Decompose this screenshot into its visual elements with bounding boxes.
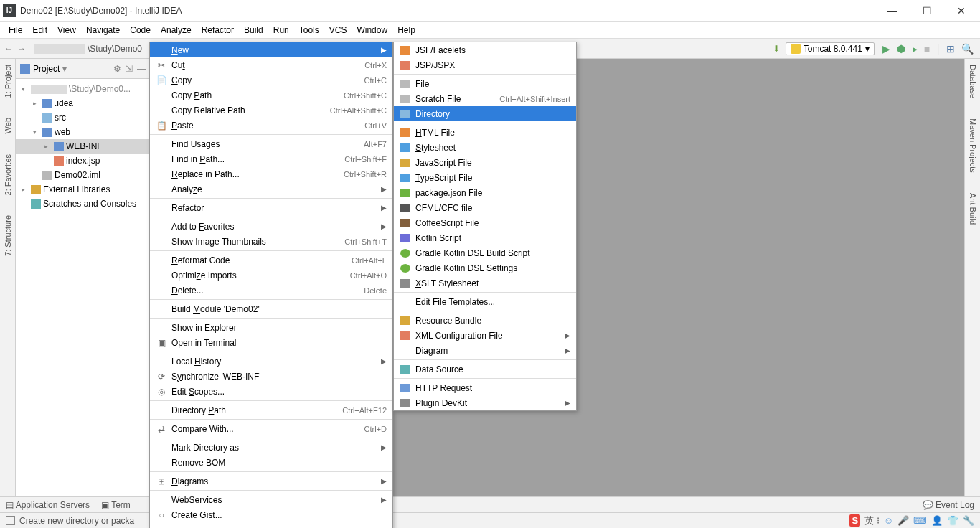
- build-icon[interactable]: ⬇: [773, 44, 780, 54]
- menu-window[interactable]: Window: [352, 24, 392, 37]
- menu-item-synchronizewebinf[interactable]: ⟳Synchronize 'WEB-INF': [150, 369, 392, 384]
- menu-build[interactable]: Build: [240, 24, 268, 37]
- menu-item-stylesheet[interactable]: Stylesheet: [394, 140, 576, 155]
- menu-refactor[interactable]: Refactor: [197, 24, 238, 37]
- menu-item-javascriptfile[interactable]: JavaScript File: [394, 155, 576, 170]
- tray-mic-icon[interactable]: 🎤: [897, 515, 909, 526]
- menu-code[interactable]: Code: [126, 24, 155, 37]
- menu-item-removebom[interactable]: Remove BOM: [150, 455, 392, 470]
- menu-item-jsffacelets[interactable]: JSF/Facelets: [394, 42, 576, 57]
- tree-item-demo02iml[interactable]: Demo02.iml: [16, 168, 150, 182]
- maximize-button[interactable]: ☐: [917, 5, 937, 16]
- menu-view[interactable]: View: [53, 24, 80, 37]
- menu-item-directorypath[interactable]: Directory PathCtrl+Alt+F12: [150, 402, 392, 418]
- menu-item-editscopes[interactable]: ◎Edit Scopes...: [150, 384, 392, 399]
- menu-item-file[interactable]: File: [394, 76, 576, 91]
- search-button[interactable]: 🔍: [959, 43, 976, 55]
- menu-item-optimizeimports[interactable]: Optimize ImportsCtrl+Alt+O: [150, 268, 392, 283]
- left-tab-structure[interactable]: 7: Structure: [2, 212, 14, 259]
- menu-item-delete[interactable]: Delete...Delete: [150, 283, 392, 298]
- tree-item-webinf[interactable]: ▸WEB-INF: [16, 139, 150, 154]
- right-tab-antbuild[interactable]: Ant Build: [967, 190, 979, 227]
- collapse-icon[interactable]: ⇲: [126, 64, 133, 74]
- breadcrumb-root[interactable]: [34, 44, 85, 54]
- project-structure-button[interactable]: ⊞: [944, 43, 957, 55]
- nav-forward-icon[interactable]: →: [17, 44, 26, 54]
- run-button[interactable]: ▶: [880, 43, 892, 55]
- tree-item-indexjsp[interactable]: index.jsp: [16, 154, 150, 168]
- menu-item-xsltstylesheet[interactable]: XSLT Stylesheet: [394, 275, 576, 291]
- menu-item-resourcebundle[interactable]: Resource Bundle: [394, 313, 576, 328]
- right-tab-mavenprojects[interactable]: Maven Projects: [967, 116, 979, 176]
- tray-keyboard-icon[interactable]: ⌨: [913, 515, 927, 526]
- menu-run[interactable]: Run: [269, 24, 293, 37]
- settings-icon[interactable]: ⚙: [113, 64, 121, 74]
- menu-item-editfiletemplates[interactable]: Edit File Templates...: [394, 294, 576, 309]
- coverage-button[interactable]: ▸: [910, 43, 920, 55]
- tray-user-icon[interactable]: 👤: [931, 515, 943, 526]
- menu-item-xmlconfigurationfile[interactable]: XML Configuration File▶: [394, 328, 576, 343]
- tray-skin-icon[interactable]: 👕: [947, 515, 958, 526]
- menu-item-findusages[interactable]: Find UsagesAlt+F7: [150, 136, 392, 151]
- menu-item-htmlfile[interactable]: HTML File: [394, 125, 576, 140]
- menu-item-localhistory[interactable]: Local History▶: [150, 354, 392, 369]
- menu-item-replaceinpath[interactable]: Replace in Path...Ctrl+Shift+R: [150, 166, 392, 182]
- chevron-down-icon[interactable]: ▾: [62, 64, 67, 74]
- menu-item-datasource[interactable]: Data Source: [394, 362, 576, 377]
- menu-item-copy[interactable]: 📄CopyCtrl+C: [150, 72, 392, 88]
- left-tab-project[interactable]: 1: Project: [2, 62, 14, 100]
- menu-file[interactable]: File: [4, 24, 27, 37]
- menu-item-kotlinscript[interactable]: Kotlin Script: [394, 230, 576, 245]
- menu-item-findinpath[interactable]: Find in Path...Ctrl+Shift+F: [150, 151, 392, 166]
- stop-button[interactable]: ■: [922, 43, 932, 55]
- run-config-dropdown[interactable]: Tomcat 8.0.441 ▾: [786, 42, 875, 55]
- menu-item-gradlekotlindslsettings[interactable]: Gradle Kotlin DSL Settings: [394, 260, 576, 275]
- menu-item-scratchfile[interactable]: Scratch FileCtrl+Alt+Shift+Insert: [394, 91, 576, 106]
- menu-item-webservices[interactable]: WebServices▶: [150, 492, 392, 507]
- tree-item-[interactable]: ▾\Study\Demo0...: [16, 82, 150, 96]
- menu-item-showinexplorer[interactable]: Show in Explorer: [150, 320, 392, 335]
- menu-item-plugindevkit[interactable]: Plugin DevKit▶: [394, 395, 576, 410]
- tree-item-externallibraries[interactable]: ▸External Libraries: [16, 182, 150, 197]
- tray-tool-icon[interactable]: 🔧: [963, 515, 974, 526]
- debug-button[interactable]: ⬢: [895, 43, 908, 55]
- menu-item-paste[interactable]: 📋PasteCtrl+V: [150, 118, 392, 133]
- menu-edit[interactable]: Edit: [28, 24, 52, 37]
- tree-item-scratchesandconsoles[interactable]: Scratches and Consoles: [16, 197, 150, 211]
- tab-app-servers[interactable]: ▤ Application Servers: [6, 500, 90, 510]
- menu-item-gradlekotlindslbuildscript[interactable]: Gradle Kotlin DSL Build Script: [394, 245, 576, 260]
- menu-item-analyze[interactable]: Analyze▶: [150, 182, 392, 197]
- menu-item-directory[interactable]: Directory: [394, 106, 576, 121]
- tree-item-idea[interactable]: ▸.idea: [16, 96, 150, 110]
- menu-help[interactable]: Help: [393, 24, 420, 37]
- menu-item-copypath[interactable]: Copy PathCtrl+Shift+C: [150, 88, 392, 103]
- menu-item-coffeescriptfile[interactable]: CoffeeScript File: [394, 215, 576, 230]
- menu-item-openinterminal[interactable]: ▣Open in Terminal: [150, 335, 392, 350]
- close-button[interactable]: ✕: [951, 5, 971, 16]
- menu-item-new[interactable]: New▶: [150, 42, 392, 57]
- nav-back-icon[interactable]: ←: [4, 44, 13, 54]
- left-tab-web[interactable]: Web: [2, 115, 14, 136]
- menu-item-showimagethumbnails[interactable]: Show Image ThumbnailsCtrl+Shift+T: [150, 234, 392, 249]
- menu-item-typescriptfile[interactable]: TypeScript File: [394, 170, 576, 185]
- right-tab-database[interactable]: Database: [967, 62, 979, 101]
- menu-item-diagrams[interactable]: ⊞Diagrams▶: [150, 473, 392, 489]
- tree-item-web[interactable]: ▾web: [16, 125, 150, 139]
- menu-item-cut[interactable]: ✂CutCtrl+X: [150, 57, 392, 72]
- left-tab-favorites[interactable]: 2: Favorites: [2, 151, 14, 198]
- menu-item-comparewith[interactable]: ⇄Compare With...Ctrl+D: [150, 421, 392, 436]
- ime-icon[interactable]: S: [849, 514, 860, 527]
- tray-emoji-icon[interactable]: ☺: [884, 515, 893, 526]
- menu-vcs[interactable]: VCS: [325, 24, 352, 37]
- menu-item-cfmlcfcfile[interactable]: CFML/CFC file: [394, 200, 576, 215]
- menu-analyze[interactable]: Analyze: [156, 24, 196, 37]
- minimize-button[interactable]: —: [882, 5, 903, 16]
- tree-item-src[interactable]: src: [16, 110, 150, 125]
- menu-item-markdirectoryas[interactable]: Mark Directory as▶: [150, 440, 392, 455]
- menu-item-creategist[interactable]: ○Create Gist...: [150, 507, 392, 522]
- menu-tools[interactable]: Tools: [295, 24, 324, 37]
- menu-item-packagejsonfile[interactable]: package.json File: [394, 185, 576, 200]
- menu-item-reformatcode[interactable]: Reformat CodeCtrl+Alt+L: [150, 253, 392, 268]
- hide-icon[interactable]: —: [137, 64, 146, 74]
- tab-terminal[interactable]: ▣ Term: [101, 500, 131, 510]
